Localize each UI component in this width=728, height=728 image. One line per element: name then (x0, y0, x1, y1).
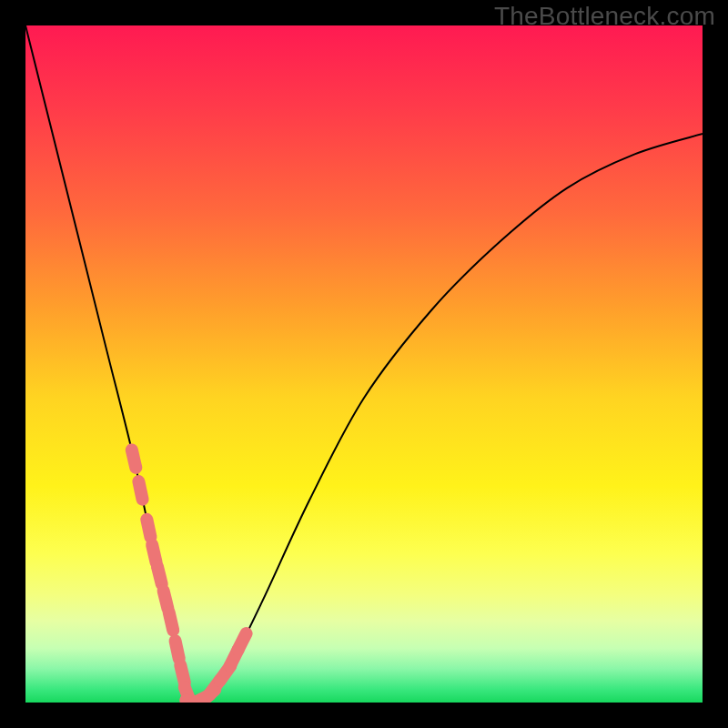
bead (169, 612, 174, 630)
bead (132, 450, 136, 467)
bead (147, 520, 150, 538)
plot-area (25, 25, 703, 703)
bead (176, 641, 179, 659)
bead (157, 566, 162, 583)
highlight-beads (132, 450, 247, 703)
bottleneck-curve (25, 25, 703, 703)
bead (180, 665, 185, 682)
bead (164, 591, 168, 608)
bead (238, 633, 247, 650)
watermark-text: TheBottleneck.com (494, 2, 715, 31)
chart-frame: TheBottleneck.com (0, 0, 728, 728)
bead (138, 481, 142, 500)
curve-layer (25, 25, 703, 703)
bead (152, 545, 157, 562)
